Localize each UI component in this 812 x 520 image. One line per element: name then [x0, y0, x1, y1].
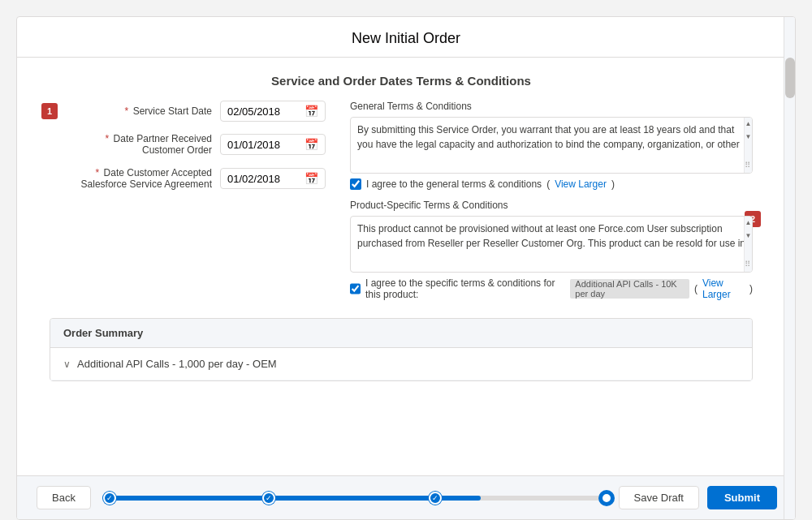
general-terms-agree-text: I agree to the general terms & condition… [366, 178, 542, 190]
scrollbar-track[interactable] [784, 17, 795, 519]
product-terms-agree-text: I agree to the specific terms & conditio… [365, 277, 565, 300]
product-scroll-up-arrow[interactable]: ▲ [745, 217, 752, 230]
modal-body: Service and Order Dates Terms & Conditio… [17, 58, 795, 475]
calendar-icon-1[interactable]: 📅 [304, 105, 318, 118]
customer-accepted-date-input[interactable]: 01/02/2018 📅 [220, 168, 326, 189]
product-scroll-down-arrow[interactable]: ▼ [745, 230, 752, 243]
calendar-icon-3[interactable]: 📅 [304, 172, 318, 185]
product-resize-grip: ⠿ [745, 258, 750, 270]
progress-dot-4 [600, 492, 613, 505]
general-terms-checkbox[interactable] [350, 178, 361, 190]
order-summary-section: Order Summary ∨ Additional API Calls - 1… [50, 318, 753, 381]
resize-grip: ⠿ [745, 159, 750, 171]
general-terms-paren-open: ( [546, 178, 550, 190]
progress-fill [103, 496, 481, 501]
partner-received-label: * Date Partner Received Customer Order [66, 133, 212, 156]
left-col: 1 * Service Start Date 02/05/2018 📅 [50, 101, 326, 310]
right-col: General Terms & Conditions By submitting… [350, 101, 753, 310]
required-star: * [125, 105, 129, 117]
partner-received-date-input[interactable]: 01/01/2018 📅 [220, 134, 326, 155]
form-row-service-start: 1 * Service Start Date 02/05/2018 📅 [50, 101, 326, 122]
two-columns: 1 * Service Start Date 02/05/2018 📅 [50, 101, 753, 310]
general-terms-text: By submitting this Service Order, you wa… [357, 122, 745, 152]
progress-dot-2: ✓ [262, 492, 275, 505]
order-summary-row-label: Additional API Calls - 1,000 per day - O… [77, 358, 277, 370]
product-terms-text: This product cannot be provisioned witho… [357, 221, 745, 251]
product-terms-paren-open: ( [694, 283, 698, 294]
service-start-date-input[interactable]: 02/05/2018 📅 [220, 101, 326, 122]
modal-title: New Initial Order [17, 17, 795, 58]
product-terms-checkbox[interactable] [350, 283, 361, 294]
save-draft-button[interactable]: Save Draft [619, 486, 699, 509]
general-terms-paren-close: ) [611, 178, 615, 190]
required-star-2: * [106, 133, 110, 144]
product-terms-box: This product cannot be provisioned witho… [350, 216, 753, 273]
scroll-up-arrow[interactable]: ▲ [745, 118, 752, 131]
modal-container: New Initial Order Service and Order Date… [16, 16, 796, 520]
general-terms-box: By submitting this Service Order, you wa… [350, 117, 753, 174]
calendar-icon-2[interactable]: 📅 [304, 138, 318, 151]
product-terms-label: Product-Specific Terms & Conditions [350, 200, 753, 211]
chevron-down-icon: ∨ [63, 359, 71, 370]
submit-button[interactable]: Submit [707, 486, 777, 509]
product-terms-check-row: I agree to the specific terms & conditio… [350, 277, 753, 300]
partner-received-date-value: 01/01/2018 [227, 139, 280, 151]
modal-footer: Back ✓ ✓ ✓ Save Draft Submit [17, 475, 796, 519]
customer-accepted-label: * Date Customer Accepted Salesforce Serv… [66, 167, 212, 190]
product-terms-product-name: Additional API Calls - 10K per day [570, 279, 689, 299]
customer-accepted-date-value: 01/02/2018 [227, 173, 280, 185]
form-row-partner-received: * Date Partner Received Customer Order 0… [50, 133, 326, 156]
progress-dot-3: ✓ [429, 492, 442, 505]
section-title: Service and Order Dates Terms & Conditio… [50, 58, 753, 101]
badge-1: 1 [41, 103, 58, 119]
required-star-3: * [96, 167, 100, 178]
progress-bar: ✓ ✓ ✓ [103, 496, 607, 501]
scroll-down-arrow[interactable]: ▼ [745, 131, 752, 144]
center-wrap: New Initial Order Service and Order Date… [0, 0, 812, 520]
general-terms-check-row: I agree to the general terms & condition… [350, 178, 753, 190]
product-terms-view-larger[interactable]: View Larger [702, 277, 745, 300]
progress-dot-1: ✓ [103, 492, 116, 505]
service-start-label: * Service Start Date [125, 105, 212, 117]
footer-right: Save Draft Submit [619, 486, 777, 509]
back-button[interactable]: Back [37, 486, 91, 509]
order-summary-header: Order Summary [50, 319, 752, 348]
product-terms-paren-close: ) [749, 283, 753, 294]
scrollbar-thumb[interactable] [785, 58, 795, 98]
general-terms-wrapper: By submitting this Service Order, you wa… [350, 117, 753, 174]
outer-container: New Initial Order Service and Order Date… [0, 0, 812, 520]
general-terms-view-larger[interactable]: View Larger [555, 178, 607, 190]
product-terms-wrapper: 2 This product cannot be provisioned wit… [350, 216, 753, 273]
order-summary-row[interactable]: ∨ Additional API Calls - 1,000 per day -… [50, 348, 752, 380]
service-start-date-value: 02/05/2018 [227, 105, 280, 118]
general-terms-label: General Terms & Conditions [350, 101, 753, 112]
form-row-customer-accepted: * Date Customer Accepted Salesforce Serv… [50, 167, 326, 190]
